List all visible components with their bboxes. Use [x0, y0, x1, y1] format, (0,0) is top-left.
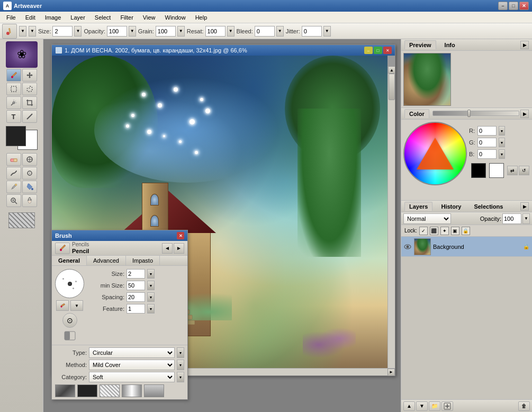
brush-size-input[interactable] — [127, 269, 145, 279]
tool-lasso[interactable] — [22, 83, 37, 95]
color-selector[interactable] — [6, 126, 38, 150]
opacity-input[interactable] — [107, 26, 127, 37]
tool-brush[interactable] — [6, 69, 21, 82]
menu-edit[interactable]: Edit — [21, 13, 40, 22]
brush-method-select[interactable]: Mild Cover — [89, 360, 175, 370]
reset-colors-button[interactable]: ↺ — [519, 166, 529, 175]
menu-image[interactable]: Image — [41, 13, 66, 22]
layer-nav-up-button[interactable]: ▲ — [403, 401, 415, 411]
layers-options-button[interactable]: ▶ — [520, 202, 529, 211]
brush-prev-button[interactable]: ◄ — [162, 243, 173, 254]
brush-tab-impasto[interactable]: Impasto — [126, 256, 160, 265]
tool-move[interactable] — [22, 69, 37, 82]
maximize-button[interactable]: □ — [509, 2, 518, 10]
tool-eyedropper[interactable] — [6, 181, 21, 193]
layer-item-background[interactable]: Background 🔒 — [401, 237, 532, 257]
brush-type-select[interactable]: Circular — [89, 347, 175, 358]
brush-next-button[interactable]: ► — [174, 243, 184, 254]
grain-input[interactable] — [156, 26, 176, 37]
blend-mode-select[interactable]: Normal — [403, 213, 451, 224]
color-b-arrow[interactable]: ▼ — [499, 149, 505, 159]
menu-help[interactable]: Help — [191, 13, 212, 22]
jitter-arrow[interactable]: ▼ — [323, 26, 331, 37]
lock-transparency-button[interactable]: ✓ — [419, 227, 428, 235]
brush-feature-input[interactable] — [127, 304, 145, 314]
brush-tab-general[interactable]: General — [52, 256, 87, 265]
tool-crop[interactable] — [22, 96, 37, 109]
opacity-arrow[interactable]: ▼ — [129, 26, 136, 37]
pattern-swatch[interactable] — [8, 212, 35, 228]
tool-sharpen[interactable] — [22, 167, 37, 180]
fg-color-swatch[interactable] — [471, 163, 486, 178]
color-g-input[interactable] — [477, 138, 497, 147]
color-wheel-container[interactable] — [403, 122, 467, 191]
color-b-input[interactable] — [477, 149, 497, 159]
minimize-button[interactable]: – — [498, 2, 508, 10]
color-triangle[interactable] — [417, 138, 454, 169]
swap-colors-button[interactable]: ⇄ — [507, 166, 518, 175]
brush-type-arrow[interactable]: ▼ — [177, 347, 184, 358]
color-options-button[interactable]: ▶ — [520, 110, 529, 118]
tool-fill[interactable] — [22, 181, 37, 193]
layer-opacity-arrow[interactable]: ▼ — [522, 213, 530, 224]
brush-mode-2[interactable]: ▼ — [70, 300, 83, 311]
bg-color-swatch[interactable] — [489, 163, 504, 178]
menu-layer[interactable]: Layer — [66, 13, 89, 22]
tool-line[interactable] — [22, 110, 37, 123]
resat-input[interactable] — [205, 26, 226, 37]
brush-minsize-arrow[interactable]: ▼ — [147, 281, 155, 290]
vertical-scrollbar[interactable]: ▲ ▼ — [387, 66, 395, 368]
brush-picker-button[interactable] — [2, 24, 17, 39]
brush-sub-arrow[interactable]: ▼ — [29, 26, 36, 37]
size-input[interactable] — [52, 26, 73, 37]
tab-layers[interactable]: Layers — [404, 202, 432, 211]
grain-arrow[interactable]: ▼ — [177, 26, 185, 37]
tool-pan[interactable] — [22, 194, 37, 207]
layer-visibility-icon[interactable] — [403, 243, 412, 251]
brush-picker-arrow[interactable]: ▼ — [19, 26, 26, 37]
menu-file[interactable]: File — [2, 13, 20, 22]
brush-icon-button[interactable] — [55, 243, 70, 254]
brush-spacing-arrow[interactable]: ▼ — [147, 292, 155, 302]
brush-size-arrow[interactable]: ▼ — [147, 269, 155, 279]
tool-rect-select[interactable] — [6, 83, 21, 95]
brush-swatch-5[interactable] — [144, 384, 164, 397]
brush-swatch-2[interactable] — [77, 384, 97, 397]
tool-zoom[interactable] — [6, 194, 21, 207]
jitter-input[interactable] — [302, 26, 322, 37]
tab-color[interactable]: Color — [404, 109, 429, 118]
tab-preview[interactable]: Preview — [404, 40, 436, 49]
lock-move-button[interactable]: ✦ — [440, 227, 449, 235]
brush-swatch-4[interactable] — [122, 384, 142, 397]
foreground-color-swatch[interactable] — [6, 126, 26, 146]
doc-maximize[interactable]: □ — [374, 47, 382, 54]
tool-magic-wand[interactable] — [6, 96, 21, 109]
lock-all-button[interactable]: ▣ — [451, 227, 459, 235]
tab-info[interactable]: Info — [440, 41, 459, 49]
brush-category-select[interactable]: Soft — [89, 372, 175, 382]
tool-smudge[interactable] — [6, 167, 21, 180]
brush-category-select-arrow[interactable]: ▼ — [177, 372, 184, 382]
menu-window[interactable]: Window — [161, 13, 190, 22]
scroll-right-arrow[interactable]: ► — [387, 369, 395, 376]
lock-extra-button[interactable]: 🔒 — [462, 227, 470, 235]
menu-view[interactable]: View — [139, 13, 160, 22]
color-r-arrow[interactable]: ▼ — [499, 126, 505, 136]
brush-feature-arrow[interactable]: ▼ — [147, 304, 155, 314]
zoom-handle[interactable] — [467, 110, 471, 117]
v-scroll-thumb[interactable] — [389, 74, 395, 100]
menu-select[interactable]: Select — [91, 13, 115, 22]
tool-text[interactable]: T — [6, 110, 21, 123]
brush-spacing-input[interactable] — [127, 292, 145, 302]
zoom-slider[interactable] — [432, 111, 519, 116]
bleed-input[interactable] — [255, 26, 275, 37]
color-r-input[interactable] — [477, 126, 497, 136]
tab-history[interactable]: History — [437, 202, 465, 211]
color-wheel[interactable] — [403, 122, 467, 185]
bleed-arrow[interactable]: ▼ — [276, 26, 284, 37]
brush-minsize-input[interactable] — [127, 281, 145, 290]
brush-tab-advanced[interactable]: Advanced — [87, 256, 126, 265]
doc-close[interactable]: ✕ — [383, 47, 392, 54]
scroll-up-arrow[interactable]: ▲ — [388, 66, 395, 74]
menu-filter[interactable]: Filter — [116, 13, 137, 22]
